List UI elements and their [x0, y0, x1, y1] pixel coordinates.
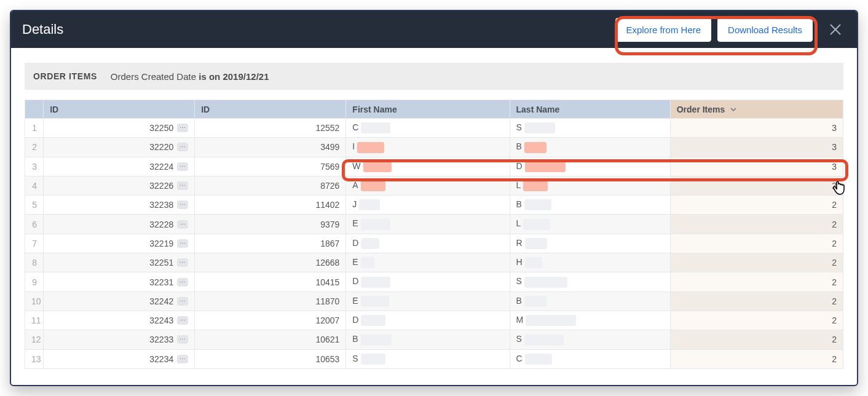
cell-id1[interactable]: 32228⋯: [44, 215, 195, 234]
table-row[interactable]: 432226⋯8726AL2: [25, 176, 843, 195]
cell-first-name[interactable]: C: [346, 119, 510, 138]
cell-id2[interactable]: 7569: [195, 157, 346, 176]
table-row[interactable]: 632228⋯9379EL2: [25, 215, 843, 234]
download-results-button[interactable]: Download Results: [717, 18, 813, 42]
ellipsis-icon[interactable]: ⋯: [177, 143, 188, 151]
cell-last-name[interactable]: R: [510, 234, 670, 253]
cell-id2[interactable]: 12668: [195, 253, 346, 272]
col-first-name-header[interactable]: First Name: [346, 100, 510, 119]
cell-order-items[interactable]: 2: [670, 253, 843, 272]
cell-id2[interactable]: 8726: [195, 176, 346, 195]
cell-id1[interactable]: 32233⋯: [44, 330, 195, 349]
cell-order-items[interactable]: 2: [670, 215, 843, 234]
cell-first-name[interactable]: E: [346, 253, 510, 272]
cell-last-name[interactable]: S: [510, 330, 670, 349]
cell-order-items[interactable]: 2: [670, 196, 843, 215]
cell-last-name[interactable]: S: [510, 272, 670, 291]
table-row[interactable]: 1232233⋯10621BS2: [25, 330, 843, 349]
ellipsis-icon[interactable]: ⋯: [177, 124, 188, 132]
col-id2-header[interactable]: ID: [195, 100, 346, 119]
cell-id1[interactable]: 32234⋯: [44, 349, 195, 368]
ellipsis-icon[interactable]: ⋯: [177, 162, 188, 171]
cell-id1[interactable]: 32250⋯: [44, 119, 195, 138]
cell-last-name[interactable]: H: [510, 253, 670, 272]
cell-order-items[interactable]: 3: [670, 157, 843, 176]
cell-first-name[interactable]: E: [346, 215, 510, 234]
cell-last-name[interactable]: B: [510, 291, 670, 311]
cell-id2[interactable]: 1867: [195, 234, 346, 253]
cell-first-name[interactable]: D: [346, 234, 510, 253]
cell-order-items[interactable]: 2: [670, 311, 843, 330]
cell-first-name[interactable]: A: [346, 176, 510, 195]
cell-id2[interactable]: 10621: [195, 330, 346, 349]
cell-id1[interactable]: 32238⋯: [44, 196, 195, 215]
col-last-name-header[interactable]: Last Name: [510, 100, 670, 119]
ellipsis-icon[interactable]: ⋯: [177, 181, 188, 190]
cell-last-name[interactable]: B: [510, 138, 670, 157]
cell-order-items[interactable]: 2: [670, 234, 843, 253]
ellipsis-icon[interactable]: ⋯: [177, 297, 188, 306]
table-row[interactable]: 932231⋯10415DS2: [25, 272, 843, 291]
cell-first-name[interactable]: B: [346, 330, 510, 349]
ellipsis-icon[interactable]: ⋯: [177, 220, 188, 229]
cell-id2[interactable]: 11402: [195, 196, 346, 215]
cell-id2[interactable]: 9379: [195, 215, 346, 234]
ellipsis-icon[interactable]: ⋯: [177, 200, 188, 209]
cell-order-items[interactable]: 2: [670, 272, 843, 291]
table-row[interactable]: 832251⋯12668EH2: [25, 253, 843, 272]
cell-last-name[interactable]: M: [510, 311, 670, 330]
cell-order-items[interactable]: 3: [670, 138, 843, 157]
col-order-items-header[interactable]: Order Items: [670, 100, 843, 119]
cell-first-name[interactable]: S: [346, 349, 510, 368]
table-row[interactable]: 232220⋯3499IB3: [25, 138, 843, 157]
table-row[interactable]: 732219⋯1867DR2: [25, 234, 843, 253]
cell-id2[interactable]: 10415: [195, 272, 346, 291]
redaction-block: [525, 161, 566, 172]
cell-id2[interactable]: 11870: [195, 291, 346, 311]
table-row[interactable]: 332224⋯7569WD3: [25, 157, 843, 176]
cell-last-name[interactable]: S: [510, 119, 670, 138]
cell-id1[interactable]: 32220⋯: [44, 138, 195, 157]
cell-order-items[interactable]: 3: [670, 119, 843, 138]
table-row[interactable]: 132250⋯12552CS3: [25, 119, 843, 138]
cell-first-name[interactable]: D: [346, 311, 510, 330]
table-row[interactable]: 1132243⋯12007DM2: [25, 311, 843, 330]
cell-first-name[interactable]: J: [346, 196, 510, 215]
cell-order-items[interactable]: 2: [670, 176, 843, 195]
cell-last-name[interactable]: D: [510, 157, 670, 176]
cell-id2[interactable]: 12007: [195, 311, 346, 330]
ellipsis-icon[interactable]: ⋯: [177, 316, 188, 325]
cell-id1[interactable]: 32224⋯: [44, 157, 195, 176]
cell-order-items[interactable]: 2: [670, 349, 843, 368]
cell-id2[interactable]: 12552: [195, 119, 346, 138]
cell-last-name[interactable]: L: [510, 215, 670, 234]
cell-last-name[interactable]: B: [510, 196, 670, 215]
cell-first-name[interactable]: E: [346, 291, 510, 311]
table-row[interactable]: 1332234⋯10653SC2: [25, 349, 843, 368]
cell-id2[interactable]: 3499: [195, 138, 346, 157]
cell-order-items[interactable]: 2: [670, 330, 843, 349]
table-row[interactable]: 1032242⋯11870EB2: [25, 291, 843, 311]
close-button[interactable]: [825, 19, 846, 40]
cell-first-name[interactable]: W: [346, 157, 510, 176]
ellipsis-icon[interactable]: ⋯: [177, 278, 188, 287]
cell-id1[interactable]: 32231⋯: [44, 272, 195, 291]
cell-id1[interactable]: 32242⋯: [44, 291, 195, 311]
cell-id2[interactable]: 10653: [195, 349, 346, 368]
table-row[interactable]: 532238⋯11402JB2: [25, 196, 843, 215]
cell-first-name[interactable]: D: [346, 272, 510, 291]
ellipsis-icon[interactable]: ⋯: [177, 355, 188, 363]
cell-last-name[interactable]: L: [510, 176, 670, 195]
ellipsis-icon[interactable]: ⋯: [177, 239, 188, 248]
cell-id1[interactable]: 32243⋯: [44, 311, 195, 330]
cell-id1[interactable]: 32219⋯: [44, 234, 195, 253]
cell-order-items[interactable]: 2: [670, 291, 843, 311]
ellipsis-icon[interactable]: ⋯: [177, 258, 188, 267]
cell-first-name[interactable]: I: [346, 138, 510, 157]
cell-id1[interactable]: 32226⋯: [44, 176, 195, 195]
ellipsis-icon[interactable]: ⋯: [177, 335, 188, 344]
cell-id1[interactable]: 32251⋯: [44, 253, 195, 272]
col-id1-header[interactable]: ID: [44, 100, 195, 119]
explore-from-here-button[interactable]: Explore from Here: [615, 18, 711, 42]
cell-last-name[interactable]: C: [510, 349, 670, 368]
